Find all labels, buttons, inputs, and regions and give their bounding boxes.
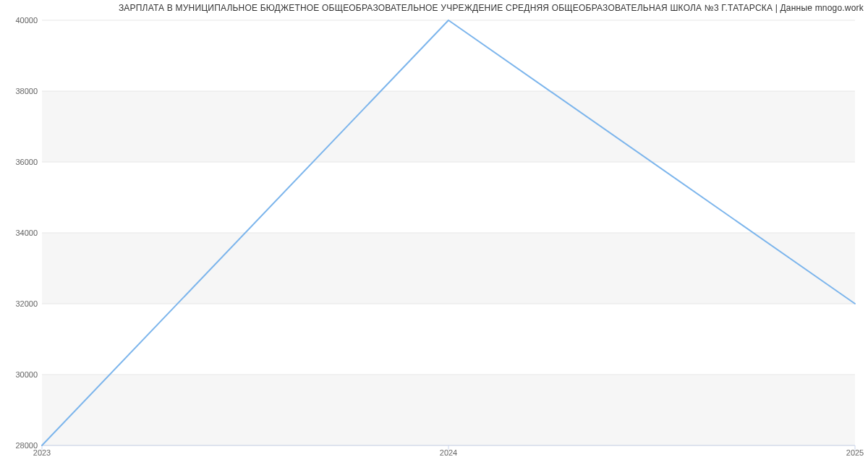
- chart-container: ЗАРПЛАТА В МУНИЦИПАЛЬНОЕ БЮДЖЕТНОЕ ОБЩЕО…: [0, 0, 868, 470]
- svg-rect-1: [42, 233, 855, 304]
- x-tick-label: 2025: [846, 448, 864, 457]
- chart-svg: [42, 20, 855, 445]
- svg-rect-2: [42, 91, 855, 162]
- y-tick-label: 38000: [1, 87, 38, 95]
- y-tick-label: 36000: [1, 158, 38, 166]
- chart-title: ЗАРПЛАТА В МУНИЦИПАЛЬНОЕ БЮДЖЕТНОЕ ОБЩЕО…: [0, 3, 868, 13]
- plot-area: [42, 20, 855, 445]
- y-tick-label: 32000: [1, 299, 38, 308]
- x-tick-label: 2023: [33, 448, 51, 457]
- y-tick-label: 30000: [1, 370, 38, 379]
- y-tick-label: 28000: [1, 441, 38, 450]
- y-tick-label: 34000: [1, 228, 38, 237]
- svg-rect-0: [42, 375, 855, 445]
- y-tick-label: 40000: [1, 16, 38, 25]
- x-tick-label: 2024: [440, 448, 457, 457]
